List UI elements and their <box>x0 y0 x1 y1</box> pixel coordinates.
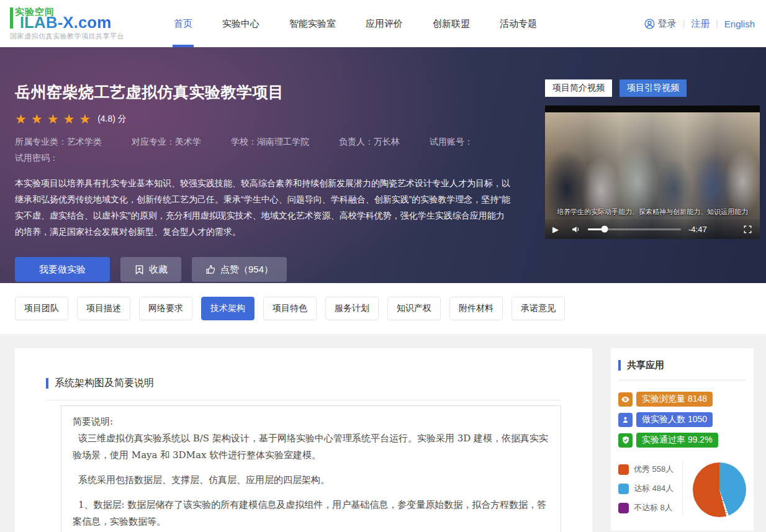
section-tabs: 项目团队 项目描述 网络要求 技术架构 项目特色 服务计划 知识产权 附件材料 … <box>0 283 766 334</box>
bookmark-star-icon <box>134 264 145 275</box>
star-icon: ★ <box>47 112 59 125</box>
login-label: 登录 <box>658 18 677 30</box>
tab-intellectual-property[interactable]: 知识产权 <box>387 297 441 320</box>
nav-item-app-evaluation[interactable]: 应用评价 <box>366 0 403 47</box>
divider: | <box>716 19 718 29</box>
favorite-label: 收藏 <box>149 264 168 276</box>
video-subtitle: 培养学生的实际动手能力、探索精神与创新能力、知识运用能力 <box>545 207 760 217</box>
star-icon: ★ <box>63 112 74 125</box>
volume-icon[interactable] <box>571 225 580 234</box>
nav-item-home[interactable]: 首页 <box>174 0 192 47</box>
architecture-card: 系统架构图及简要说明 简要说明: 该三维虚拟仿真实验系统以 B/S 架构设计，基… <box>15 348 592 532</box>
video-progress-knob[interactable] <box>602 226 608 233</box>
rating-row: ★ ★ ★ ★ ★ (4.8) 分 <box>15 112 515 125</box>
arch-paragraph: 该三维虚拟仿真实验系统以 B/S 架构设计，基于网络实验中心管理系统平台运行。实… <box>73 430 549 464</box>
login-link[interactable]: 登录 <box>644 18 677 30</box>
tab-commitment[interactable]: 承诺意见 <box>511 297 565 320</box>
user-circle-icon <box>644 19 655 29</box>
architecture-text-box: 简要说明: 该三维虚拟仿真实验系统以 B/S 架构设计，基于网络实验中心管理系统… <box>61 405 561 532</box>
eye-icon <box>618 392 633 407</box>
project-meta: 所属专业类：艺术学类 对应专业：美术学 学校：湖南理工学院 负责人：万长林 试用… <box>15 137 515 153</box>
stat-views: 实验浏览量 8148 <box>618 392 746 407</box>
video-panel: 项目简介视频 项目引导视频 培养学生的实际动手能力、探索精神与创新能力、知识运用… <box>545 79 760 239</box>
tab-technical-architecture[interactable]: 技术架构 <box>201 297 255 320</box>
register-link[interactable]: 注册 <box>691 18 710 30</box>
favorite-button[interactable]: 收藏 <box>120 257 181 282</box>
logo-i-bar <box>10 7 13 29</box>
shared-usage-card: 共享应用 实验浏览量 8148 做实验人数 1050 <box>611 348 754 531</box>
hero-actions: 我要做实验 收藏 点赞（954） <box>15 257 515 282</box>
star-icon: ★ <box>79 112 91 125</box>
shield-check-icon <box>618 433 633 448</box>
project-description: 本实验项目以培养具有扎实专业基本知识、较强实践技能、较高综合素养和持续创新发展潜… <box>15 175 511 240</box>
divider: | <box>683 19 685 29</box>
tab-attachments[interactable]: 附件材料 <box>449 297 503 320</box>
legend-swatch <box>618 503 629 513</box>
video-progress-bar[interactable] <box>588 228 681 230</box>
sidebar-divider <box>618 380 746 381</box>
sidebar-title: 共享应用 <box>627 359 664 371</box>
project-title: 岳州窑柴烧工艺虚拟仿真实验教学项目 <box>15 82 515 102</box>
tab-project-team[interactable]: 项目团队 <box>15 297 68 320</box>
logo-tagline: 国家虚拟仿真实验教学项目共享平台 <box>10 32 140 41</box>
nav-item-activity-topics[interactable]: 活动专题 <box>500 0 537 47</box>
arch-paragraph: 1、数据层: 数据层储存了该实验的所有建模信息及虚拟组件，用户基础信息，参变量原… <box>73 497 549 530</box>
do-experiment-button[interactable]: 我要做实验 <box>15 257 110 282</box>
legend-item-excellent: 优秀 558人 <box>618 464 678 475</box>
stat-participants-label: 做实验人数 1050 <box>636 412 713 427</box>
meta-major-category: 所属专业类：艺术学类 <box>15 137 102 148</box>
meta-trial-password: 试用密码： <box>15 153 58 164</box>
video-tabs: 项目简介视频 项目引导视频 <box>545 79 760 97</box>
section-title: 系统架构图及简要说明 <box>55 377 154 390</box>
top-header: 实验空间 ILAB-X.com 国家虚拟仿真实验教学项目共享平台 首页 实验中心… <box>0 0 766 47</box>
video-player[interactable]: 培养学生的实际动手能力、探索精神与创新能力、知识运用能力 ▶ -4:47 <box>545 106 760 239</box>
tab-guide-video[interactable]: 项目引导视频 <box>620 79 687 97</box>
language-link[interactable]: English <box>724 19 755 29</box>
rating-score: (4.8) 分 <box>97 114 127 125</box>
meta-school: 学校：湖南理工学院 <box>231 137 309 148</box>
stat-pass-rate: 实验通过率 99.2% <box>618 433 746 448</box>
meta-leader: 负责人：万长林 <box>339 137 400 148</box>
fullscreen-icon[interactable] <box>743 225 752 234</box>
star-icon: ★ <box>31 112 43 125</box>
legend-label: 达标 484人 <box>634 483 674 494</box>
section-accent-bar <box>618 360 621 371</box>
pie-legend: 优秀 558人 达标 484人 不达标 8人 <box>618 460 678 517</box>
arch-paragraph: 系统采用包括数据层、支撑层、仿真层、应用层的四层架构。 <box>73 472 549 489</box>
meta-trial-account: 试用账号： <box>430 137 473 148</box>
star-icon: ★ <box>15 112 27 125</box>
logo-brand-en: ILAB-X.com <box>20 14 111 30</box>
play-icon[interactable]: ▶ <box>552 225 565 234</box>
stat-participants: 做实验人数 1050 <box>618 412 746 427</box>
legend-label: 不达标 8人 <box>634 502 673 513</box>
tab-project-description[interactable]: 项目描述 <box>77 297 130 320</box>
project-meta-row2: 试用密码： <box>15 153 515 169</box>
nav-item-innovation-alliance[interactable]: 创新联盟 <box>433 0 470 47</box>
stat-pass-rate-label: 实验通过率 99.2% <box>636 433 718 448</box>
grade-distribution: 优秀 558人 达标 484人 不达标 8人 <box>618 460 746 517</box>
legend-item-fail: 不达标 8人 <box>618 502 678 513</box>
legend-pie-divider <box>682 460 683 517</box>
legend-swatch <box>618 464 629 475</box>
like-button[interactable]: 点赞（954） <box>192 257 287 282</box>
tab-project-features[interactable]: 项目特色 <box>263 297 317 320</box>
tab-intro-video[interactable]: 项目简介视频 <box>545 79 612 97</box>
user-icon <box>618 413 633 427</box>
section-accent-bar <box>46 378 48 389</box>
auth-area: 登录 | 注册 | English <box>644 0 755 47</box>
hero-banner: 岳州窑柴烧工艺虚拟仿真实验教学项目 ★ ★ ★ ★ ★ (4.8) 分 所属专业… <box>0 47 766 283</box>
nav-item-smart-lab[interactable]: 智能实验室 <box>289 0 336 47</box>
tab-service-plan[interactable]: 服务计划 <box>325 297 379 320</box>
nav-item-experiment-center[interactable]: 实验中心 <box>222 0 259 47</box>
legend-label: 优秀 558人 <box>634 464 674 475</box>
pie-chart <box>693 462 746 517</box>
stat-views-label: 实验浏览量 8148 <box>636 392 713 407</box>
like-label: 点赞（954） <box>220 264 273 276</box>
meta-major: 对应专业：美术学 <box>132 137 201 148</box>
main-nav: 首页 实验中心 智能实验室 应用评价 创新联盟 活动专题 <box>159 0 552 47</box>
site-logo[interactable]: 实验空间 ILAB-X.com 国家虚拟仿真实验教学项目共享平台 <box>10 6 140 41</box>
content-area: 系统架构图及简要说明 简要说明: 该三维虚拟仿真实验系统以 B/S 架构设计，基… <box>0 334 766 532</box>
thumbs-up-icon <box>205 264 216 275</box>
tab-network-requirements[interactable]: 网络要求 <box>139 297 192 320</box>
legend-item-pass: 达标 484人 <box>618 483 678 494</box>
